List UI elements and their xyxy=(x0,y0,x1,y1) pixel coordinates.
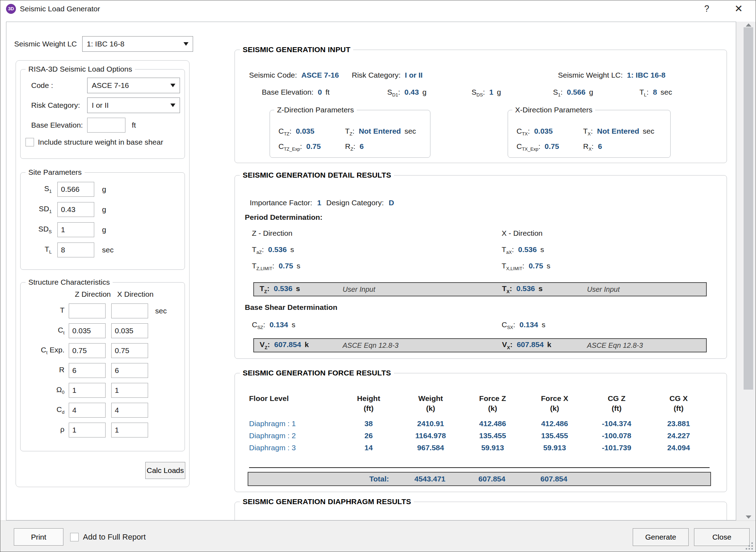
vertical-scrollbar xyxy=(736,22,756,520)
tl-input[interactable] xyxy=(57,242,94,257)
risk-category-label: Risk Category: xyxy=(31,101,87,110)
r-x-input[interactable] xyxy=(111,363,148,378)
detail-results-legend: SEISMIC GENERATION DETAIL RESULTS xyxy=(240,171,394,179)
code-select[interactable]: ASCE 7-16 xyxy=(87,78,180,93)
ct-exp-x-input[interactable] xyxy=(111,343,148,358)
ct-exp-z-input[interactable] xyxy=(69,343,106,358)
r-z-input[interactable] xyxy=(69,363,106,378)
structure-characteristics-group: Structure Characteristics Z Direction X … xyxy=(20,278,185,451)
cd-label: Cd xyxy=(21,405,69,415)
sd1-label: SD1 xyxy=(28,205,52,214)
base-elevation-row: Base Elevation: ft xyxy=(31,117,185,133)
site-parameters-legend: Site Parameters xyxy=(26,168,85,177)
gi-tl: TL:8sec xyxy=(639,88,672,97)
tz-final-stat: TZ:0.536s xyxy=(260,284,300,294)
gi-sds: SDS:1g xyxy=(472,88,501,97)
include-weight-row: Include structure weight in base shear xyxy=(26,138,185,146)
calc-loads-button[interactable]: Calc Loads xyxy=(145,462,185,479)
tx-stat: TX:Not Enteredsec xyxy=(583,127,654,136)
print-button[interactable]: Print xyxy=(14,528,63,546)
sds-unit: g xyxy=(102,225,106,234)
t-row: T sec xyxy=(21,303,185,318)
r-row: R xyxy=(21,363,185,378)
omega0-z-input[interactable] xyxy=(69,383,106,398)
titlebar: 3D Seismic Load Generator ? ✕ xyxy=(0,0,756,17)
rho-row: ρ xyxy=(21,423,185,437)
ctz-exp-stat: CTZ_Exp:0.75 xyxy=(278,142,321,152)
x-direction-column-label: X Direction xyxy=(117,290,154,299)
add-to-report-label: Add to Full Report xyxy=(83,533,146,542)
vz-stat: VZ:607.854k xyxy=(260,340,309,350)
ctx-exp-stat: CTX_Exp:0.75 xyxy=(517,142,559,152)
force-table-header: Floor Level Height(ft) Weight(k) Force Z… xyxy=(249,394,710,413)
close-icon[interactable]: ✕ xyxy=(732,2,746,15)
window-title: Seismic Load Generator xyxy=(20,5,100,13)
ct-x-input[interactable] xyxy=(111,323,148,338)
tzlimit-stat: TZ,LIMIT:0.75s xyxy=(252,262,300,271)
sds-row: SDS g xyxy=(28,222,185,237)
site-parameters-group: Site Parameters S1 g SD1 g SDS g TL sec xyxy=(20,168,185,270)
base-elevation-unit: ft xyxy=(132,121,136,129)
cd-x-input[interactable] xyxy=(111,403,148,418)
t-unit: sec xyxy=(155,307,167,315)
vz-note: ASCE Eqn 12.8-3 xyxy=(343,341,399,350)
r-label: R xyxy=(21,366,69,375)
x-direction-parameters-group: X-Direction Parameters CTX:0.035 TX:Not … xyxy=(508,106,671,158)
force-results-table: Floor Level Height(ft) Weight(k) Force Z… xyxy=(249,394,710,454)
code-label: Code : xyxy=(31,81,87,90)
seismic-weight-lc-select[interactable]: 1: IBC 16-8 xyxy=(82,36,193,52)
dialog-content: Seismic Weight LC 1: IBC 16-8 RISA-3D Se… xyxy=(6,22,736,520)
rho-x-input[interactable] xyxy=(111,423,148,437)
s1-input[interactable] xyxy=(57,182,94,197)
total-force-x: 607.854 xyxy=(523,474,585,484)
app-3d-icon: 3D xyxy=(6,4,16,14)
help-button[interactable]: ? xyxy=(700,2,714,15)
risk-category-select[interactable]: I or II xyxy=(87,97,180,113)
rz-stat: RZ:6 xyxy=(345,142,364,152)
base-shear-determination-title: Base Shear Determination xyxy=(245,303,337,312)
resize-grip-icon[interactable] xyxy=(745,542,754,550)
scroll-down-icon[interactable] xyxy=(746,515,751,519)
t-x-input[interactable] xyxy=(111,303,148,318)
sd1-input[interactable] xyxy=(57,202,94,217)
tz-note: User Input xyxy=(343,285,375,294)
total-label: Total: xyxy=(337,474,399,484)
cd-z-input[interactable] xyxy=(69,403,106,418)
rho-z-input[interactable] xyxy=(69,423,106,437)
t-z-input[interactable] xyxy=(69,303,106,318)
options-group-legend: RISA-3D Seismic Load Options xyxy=(26,65,135,73)
total-weight: 4543.471 xyxy=(399,474,461,484)
direction-column-headers: Z Direction X Direction xyxy=(74,290,185,299)
taz-stat: TaZ:0.536s xyxy=(252,245,294,255)
chevron-down-icon xyxy=(170,104,175,107)
seismic-generation-force-results-group: SEISMIC GENERATION FORCE RESULTS Floor L… xyxy=(235,369,727,492)
ctx-stat: CTX:0.035 xyxy=(517,127,553,136)
ct-z-input[interactable] xyxy=(69,323,106,338)
include-weight-label: Include structure weight in base shear xyxy=(38,138,163,146)
design-category: Design Category:D xyxy=(326,199,394,207)
period-determination-title: Period Determination: xyxy=(245,213,322,222)
force-table-body: Diaphragm : 1 38 2410.91 412.486 412.486… xyxy=(249,418,710,454)
sd1-row: SD1 g xyxy=(28,202,185,217)
add-to-report-checkbox[interactable] xyxy=(70,533,79,541)
dialog-footer: Print Add to Full Report Generate Close xyxy=(0,520,756,552)
omega0-label: Ω0 xyxy=(21,385,69,395)
gi-s1: S1:0.566g xyxy=(553,88,593,97)
scroll-up-icon[interactable] xyxy=(746,23,751,27)
period-result-bar: TZ:0.536s User Input TX:0.536s User Inpu… xyxy=(253,282,707,296)
close-button[interactable]: Close xyxy=(694,528,750,546)
diaphragm-results-legend: SEISMIC GENERATION DIAPHRAGM RESULTS xyxy=(240,497,414,506)
tx-final-stat: TX:0.536s xyxy=(502,284,543,294)
s1-unit: g xyxy=(102,185,106,194)
base-elevation-label: Base Elevation: xyxy=(31,121,87,129)
sds-input[interactable] xyxy=(57,222,94,237)
omega0-x-input[interactable] xyxy=(111,383,148,398)
vx-note: ASCE Eqn 12.8-3 xyxy=(587,341,643,350)
csz-stat: CSZ:0.134s xyxy=(252,320,295,330)
include-weight-checkbox[interactable] xyxy=(26,138,34,146)
generate-button[interactable]: Generate xyxy=(633,528,689,546)
scrollbar-thumb[interactable] xyxy=(744,27,753,390)
base-elevation-input[interactable] xyxy=(87,118,125,133)
tz-stat: TZ:Not Enteredsec xyxy=(345,127,416,136)
base-shear-result-bar: VZ:607.854k ASCE Eqn 12.8-3 VX:607.854k … xyxy=(253,338,707,352)
